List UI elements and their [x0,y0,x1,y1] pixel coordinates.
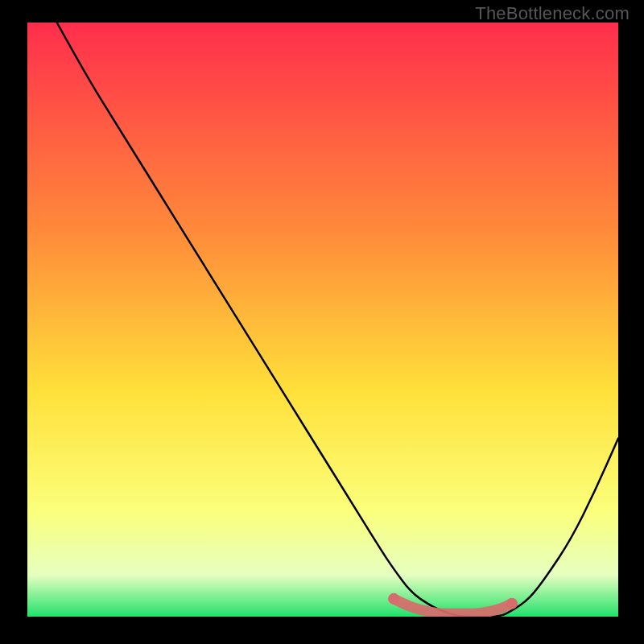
chart-svg [27,23,618,617]
svg-rect-0 [27,23,618,617]
optimal-zone-end-dot [506,598,518,609]
optimal-zone-start-dot [388,593,399,605]
watermark-text: TheBottleneck.com [475,3,630,24]
chart-plot-area [27,23,618,617]
chart-frame: TheBottleneck.com [0,0,644,644]
